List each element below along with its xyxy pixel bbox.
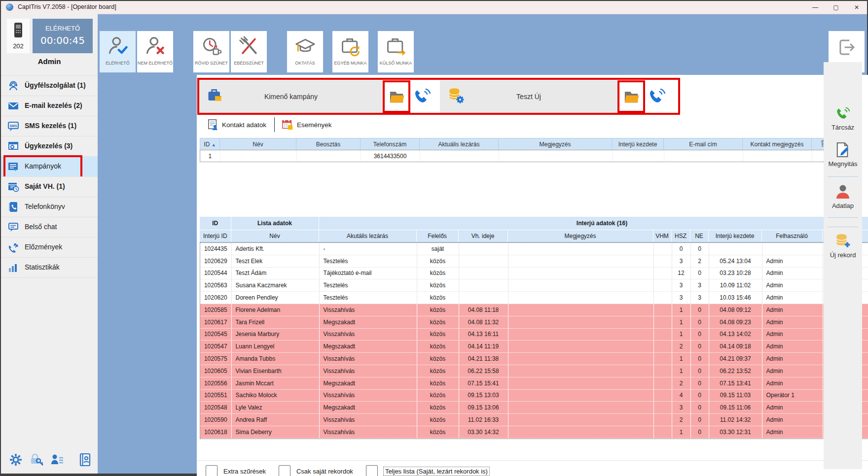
- status-button-egyeb-munka[interactable]: EGYÉB MUNKA: [332, 31, 368, 72]
- table-row[interactable]: 1020575Amanda TubbsVisszahívásközös04.21…: [200, 353, 868, 365]
- checkbox-teljes-lista[interactable]: Teljes lista (Saját, lezárt rekordok is): [366, 465, 489, 476]
- checkbox-csak-sajat-rekordok[interactable]: Csak saját rekordok: [279, 465, 353, 476]
- user-list-icon[interactable]: [50, 453, 64, 467]
- action-tarcsaz[interactable]: Tárcsáz: [824, 106, 862, 131]
- tab-esemenyek[interactable]: Események: [282, 119, 332, 131]
- sidebar-item-kampanyok[interactable]: Kampányok: [1, 156, 98, 176]
- cell-ne: 3: [690, 292, 709, 304]
- status-button-rovid-szunet[interactable]: RÖVID SZÜNET: [193, 31, 229, 72]
- dial-campaign-button-teszt-uj[interactable]: [645, 82, 669, 111]
- table-row[interactable]: 1020556Jasmin MccartMegszakadtközös07.15…: [200, 377, 868, 389]
- checkbox-extra-szuresek[interactable]: Extra szűrések: [206, 465, 266, 476]
- sidebar-item-ugykezeles[interactable]: Ügykezelés (3): [1, 136, 98, 156]
- action-adatlap[interactable]: Adatlap: [824, 184, 862, 209]
- table-row[interactable]: 1020548Lyle ValezMegszakadtközös09.15 13…: [200, 402, 868, 414]
- action-uj-rekord[interactable]: Új rekord: [824, 233, 862, 259]
- maximize-button[interactable]: ▢: [826, 1, 846, 14]
- cell-hsz: 1: [672, 328, 690, 340]
- group-header-interju-adatok[interactable]: Interjú adatok (16): [319, 217, 868, 230]
- contact-col-nev[interactable]: Név: [220, 138, 296, 150]
- status-button-elerheto[interactable]: ELÉRHETŐ: [100, 31, 136, 72]
- table-row[interactable]: 1020545Jesenia MarburyVisszahívásközös04…: [200, 328, 868, 340]
- toolbar-button-label: NEM ELÉRHETŐ: [137, 61, 173, 66]
- minimize-button[interactable]: —: [805, 1, 826, 14]
- table-row[interactable]: 1020551Sachiko MolockVisszahívásközös09.…: [200, 389, 868, 402]
- col-vh-ideje[interactable]: Vh. ideje: [458, 230, 507, 242]
- panel-divider: [828, 217, 858, 218]
- dial-campaign-button-kimeno[interactable]: [410, 82, 434, 111]
- table-row[interactable]: 1020620Doreen PendleyTesztelésközös3310.…: [200, 292, 868, 304]
- contact-row[interactable]: 1 3614433500: [200, 150, 857, 162]
- briefcase-folder-icon: [206, 87, 224, 106]
- status-button-ebedszunet[interactable]: EBÉDSZÜNET: [231, 31, 267, 72]
- col-interju-id[interactable]: Interjú ID: [200, 230, 231, 242]
- col-akutalis-lezaras[interactable]: Akutális lezárás: [319, 230, 416, 242]
- table-row[interactable]: 1020585Florene AdelmanVisszahívásközös04…: [200, 304, 868, 316]
- contact-col-email[interactable]: E-mail cím: [664, 138, 743, 150]
- contact-book-icon[interactable]: [78, 453, 92, 467]
- action-megnyitas[interactable]: Megnyitás: [824, 142, 862, 168]
- table-row[interactable]: 1020544Teszt ÁdámTájékoztató e-mailközös…: [200, 267, 868, 279]
- sidebar-item-elozmenyek[interactable]: Előzmények: [1, 237, 98, 257]
- checkbox-box[interactable]: [206, 465, 217, 476]
- col-megjegyzes[interactable]: Megjegyzés: [507, 230, 653, 242]
- interview-table-body: 1024435Adertis Kft.-saját00-1020629Teszt…: [200, 243, 868, 438]
- contact-table-row-region: 1 3614433500: [200, 150, 857, 162]
- group-header-id[interactable]: ID: [200, 217, 231, 230]
- table-row[interactable]: 1020605Vivian EisenbarthVisszahívásközös…: [200, 365, 868, 377]
- graduation-cap-icon: [294, 35, 316, 57]
- open-campaign-folder-button-teszt-uj[interactable]: [619, 82, 643, 111]
- table-row[interactable]: 1020617Tara FrizellMegszakadtközös04.08 …: [200, 316, 868, 328]
- contact-col-megjegyzes[interactable]: Megjegyzés: [499, 138, 612, 150]
- settings-gear-icon[interactable]: [9, 453, 23, 467]
- sidebar-item-telefonkonyv[interactable]: Telefonkönyv: [1, 197, 98, 217]
- sidebar-item-statisztikak[interactable]: Statisztikák: [1, 257, 98, 278]
- close-button[interactable]: ✕: [846, 1, 867, 14]
- campaign-name: Kimenő kampány: [199, 93, 383, 101]
- cell-vhm: [653, 340, 672, 353]
- col-interju-kezdete[interactable]: Interjú kezdete: [708, 230, 761, 242]
- table-row[interactable]: 1020590Andrea RaffVisszahívásközös11.02 …: [200, 414, 868, 426]
- contact-col-beosztas[interactable]: Beosztás: [296, 138, 361, 150]
- table-row[interactable]: 1020563Susana KaczmarekTesztelésközös331…: [200, 279, 868, 292]
- col-hsz[interactable]: HSZ: [671, 230, 690, 242]
- col-nev[interactable]: Név: [231, 230, 319, 242]
- checkbox-box[interactable]: [279, 465, 290, 476]
- checkbox-box[interactable]: [366, 465, 378, 476]
- cell-megjegyzes: [508, 316, 653, 328]
- extension-tile[interactable]: 202: [7, 19, 30, 53]
- group-header-lista-adatok[interactable]: Lista adatok: [231, 217, 319, 230]
- col-felelos[interactable]: Felelős: [416, 230, 458, 242]
- col-felhasznalo[interactable]: Felhasználó: [761, 230, 822, 242]
- sidebar-item-ugyfelszolgalat[interactable]: Ügyfélszolgálat (1): [1, 75, 98, 96]
- contact-col-aktualis-lezaras[interactable]: Aktuális lezárás: [420, 138, 499, 150]
- contact-col-id[interactable]: ID ▲: [200, 138, 220, 150]
- table-row[interactable]: 1024435Adertis Kft.-saját00-: [200, 243, 868, 255]
- contact-col-interju-kezdete[interactable]: Interjú kezdete: [612, 138, 664, 150]
- sidebar-item-belso-chat[interactable]: Belső chat: [1, 217, 98, 237]
- status-button-oktatas[interactable]: OKTATÁS: [287, 31, 323, 72]
- cell-felelos: közös: [417, 414, 459, 426]
- cell-felhasznalo: Admin: [762, 414, 823, 426]
- lock-key-icon[interactable]: [30, 453, 43, 467]
- sidebar-item-sms[interactable]: SMS SMS kezelés (1): [1, 116, 98, 136]
- cell-ne: 0: [690, 389, 709, 402]
- contact-col-kontakt-megjegyzes[interactable]: Kontakt megjegyzés: [743, 138, 812, 150]
- col-vhm[interactable]: VHM: [653, 230, 671, 242]
- campaign-item-teszt-uj[interactable]: Teszt Új: [440, 80, 617, 113]
- status-button-nem-elerheto[interactable]: NEM ELÉRHETŐ: [137, 31, 173, 72]
- col-ne[interactable]: NE: [690, 230, 708, 242]
- sidebar-item-sajat-vh[interactable]: Saját VH. (1): [1, 176, 98, 197]
- table-row[interactable]: 1020618Sima DeberryVisszahívásközös03.30…: [200, 426, 868, 438]
- contact-col-telefonszam[interactable]: Telefonszám: [361, 138, 420, 150]
- campaign-item-kimeno[interactable]: Kimenő kampány: [199, 80, 383, 113]
- status-button-kulso-munka[interactable]: KÜLSŐ MUNKA: [378, 31, 414, 72]
- window-gear-icon: [7, 140, 19, 152]
- sidebar-item-email[interactable]: E-mail kezelés (2): [1, 96, 98, 116]
- table-row[interactable]: 1020547Luann LengyelMegszakadtközös04.14…: [200, 340, 868, 353]
- cell-felelos: közös: [417, 389, 459, 402]
- table-row[interactable]: 1020629Teszt ElekTesztelésközös3205.24 1…: [200, 255, 868, 267]
- open-campaign-folder-button-kimeno[interactable]: [385, 82, 408, 111]
- cell-ne: 0: [690, 316, 709, 328]
- tab-kontakt-adatok[interactable]: Kontakt adatok: [208, 119, 266, 131]
